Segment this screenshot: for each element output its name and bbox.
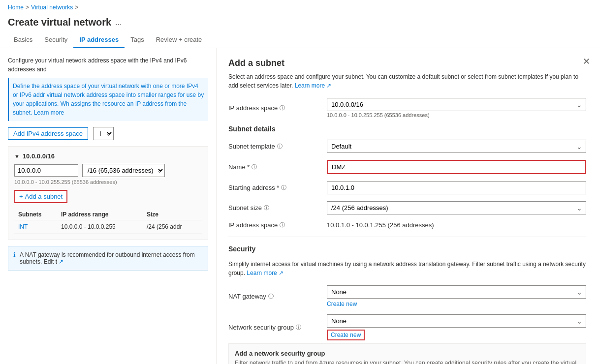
- nsg-section: Add a network security group Filter netw…: [228, 343, 586, 364]
- nsg-select[interactable]: None: [327, 314, 586, 328]
- starting-address-info-icon: ⓘ: [281, 184, 286, 191]
- name-label: Name * ⓘ: [228, 163, 327, 171]
- starting-address-row: Starting address * ⓘ: [228, 181, 586, 194]
- nsg-info-icon: ⓘ: [296, 324, 301, 331]
- subnet-size: /24 (256 addr: [143, 220, 202, 234]
- left-panel: Configure your virtual network address s…: [0, 48, 217, 364]
- chevron-icon: ▼: [14, 153, 20, 159]
- address-block: ▼ 10.0.0.0/16 /16 (65,536 addresses) 10.…: [8, 146, 208, 240]
- subnet-template-row: Subnet template ⓘ Default: [228, 140, 586, 153]
- blue-info-box: Define the address space of your virtual…: [8, 78, 208, 121]
- tab-tags[interactable]: Tags: [125, 32, 150, 48]
- breadcrumb-home[interactable]: Home: [8, 4, 24, 11]
- tab-review-create[interactable]: Review + create: [150, 32, 208, 48]
- subnet-size-label: Subnet size ⓘ: [228, 204, 327, 212]
- breadcrumb: Home > Virtual networks >: [0, 0, 598, 15]
- nat-gateway-select[interactable]: None: [327, 285, 586, 299]
- tab-basics[interactable]: Basics: [8, 32, 38, 48]
- nat-gateway-create-new[interactable]: Create new: [327, 301, 586, 307]
- tab-bar: Basics Security IP addresses Tags Review…: [0, 32, 598, 48]
- close-button[interactable]: ✕: [583, 56, 590, 67]
- ipv4-type-select[interactable]: I: [93, 127, 114, 140]
- breadcrumb-virtual-networks[interactable]: Virtual networks: [31, 4, 73, 11]
- nat-gateway-row: NAT gateway ⓘ None Create new: [228, 285, 586, 307]
- panel-learn-more[interactable]: Learn more ↗: [295, 82, 332, 89]
- subnet-size-info-icon: ⓘ: [264, 204, 269, 212]
- subnet-size-select[interactable]: /24 (256 addresses): [327, 201, 586, 214]
- info-text-short: Configure your virtual network address s…: [8, 56, 208, 74]
- name-row: Name * ⓘ: [228, 160, 586, 174]
- add-subnet-label: Add a subnet: [25, 193, 63, 200]
- page-title: Create virtual network: [8, 17, 111, 28]
- breadcrumb-sep2: >: [75, 4, 78, 11]
- nsg-section-desc: Filter network traffic to and from Azure…: [235, 359, 580, 364]
- nsg-section-title: Add a network security group: [235, 350, 580, 357]
- security-title: Security: [228, 245, 586, 253]
- subnet-range: 10.0.0.0 - 10.0.0.255: [57, 220, 143, 234]
- subnet-template-select[interactable]: Default: [327, 140, 586, 153]
- address-block-cidr: 10.0.0.0/16: [23, 152, 55, 160]
- subnet-template-label: Subnet template ⓘ: [228, 143, 327, 150]
- tab-security[interactable]: Security: [38, 32, 73, 48]
- ip-space-sub-text: 10.0.0.0 - 10.0.255.255 (65536 addresses…: [327, 112, 586, 118]
- nsg-row: Network security group ⓘ None Create new: [228, 314, 586, 340]
- add-subnet-button[interactable]: + Add a subnet: [14, 190, 67, 203]
- panel-title: Add a subnet: [228, 58, 586, 68]
- ip-space-range-value: 10.0.1.0 - 10.0.1.255 (256 addresses): [327, 221, 434, 229]
- page-title-dots[interactable]: ...: [115, 18, 122, 27]
- info-icon: ℹ: [13, 251, 16, 258]
- address-range-text: 10.0.0.0 - 10.0.255.255 (65536 addresses…: [14, 179, 202, 185]
- ip-space-range-label: IP address space ⓘ: [228, 221, 327, 229]
- right-panel: ✕ Add a subnet Select an address space a…: [217, 48, 598, 364]
- ip-space-info-icon: ⓘ: [280, 104, 285, 112]
- starting-address-input[interactable]: [327, 181, 586, 194]
- security-desc: Simplify internet access for virtual mac…: [228, 260, 586, 277]
- security-learn-more[interactable]: Learn more ↗: [247, 270, 283, 276]
- address-block-header: ▼ 10.0.0.0/16: [14, 152, 202, 160]
- subnet-link-int[interactable]: INT: [18, 223, 28, 230]
- nat-learn-more[interactable]: ↗: [59, 258, 63, 265]
- col-subnets: Subnets: [14, 209, 57, 220]
- add-ipv4-address-space-button[interactable]: Add IPv4 address space: [8, 127, 88, 140]
- ip-range-info-icon: ⓘ: [280, 221, 285, 229]
- ip-space-range-row: IP address space ⓘ 10.0.1.0 - 10.0.1.255…: [228, 221, 586, 229]
- subnet-template-info-icon: ⓘ: [277, 143, 283, 150]
- tab-ip-addresses[interactable]: IP addresses: [73, 32, 125, 48]
- breadcrumb-sep1: >: [26, 4, 29, 11]
- nsg-create-new-link[interactable]: Create new: [327, 330, 365, 340]
- subnet-size-row: Subnet size ⓘ /24 (256 addresses): [228, 201, 586, 214]
- col-ip-range: IP address range: [57, 209, 143, 220]
- nsg-label: Network security group ⓘ: [228, 324, 327, 331]
- nat-gateway-label: NAT gateway ⓘ: [228, 293, 327, 300]
- prefix-select[interactable]: /16 (65,536 addresses): [82, 164, 165, 177]
- learn-more-link1[interactable]: Learn more: [34, 109, 64, 116]
- name-input[interactable]: [327, 160, 586, 174]
- add-space-label: Add IPv4 address space: [13, 130, 83, 137]
- nat-info-text: A NAT gateway is recommended for outboun…: [20, 251, 203, 265]
- name-info-icon: ⓘ: [252, 163, 257, 171]
- nat-info-box: ℹ A NAT gateway is recommended for outbo…: [8, 246, 208, 271]
- ip-address-space-select[interactable]: 10.0.0.0/16: [327, 98, 586, 111]
- col-size: Size: [143, 209, 202, 220]
- nat-gateway-info-icon: ⓘ: [268, 293, 274, 300]
- plus-icon: +: [19, 193, 23, 200]
- subnet-details-title: Subnet details: [228, 125, 586, 133]
- starting-address-label: Starting address * ⓘ: [228, 184, 327, 191]
- ip-address-space-row: IP address space ⓘ 10.0.0.0/16 10.0.0.0 …: [228, 98, 586, 118]
- subnets-table: Subnets IP address range Size INT 10.0.0…: [14, 209, 202, 234]
- ip-address-space-label: IP address space ⓘ: [228, 104, 327, 112]
- ip-address-space-control: 10.0.0.0/16 10.0.0.0 - 10.0.255.255 (655…: [327, 98, 586, 118]
- table-row: INT 10.0.0.0 - 10.0.0.255 /24 (256 addr: [14, 220, 202, 234]
- panel-description: Select an address space and configure yo…: [228, 72, 586, 90]
- address-input[interactable]: [14, 164, 78, 177]
